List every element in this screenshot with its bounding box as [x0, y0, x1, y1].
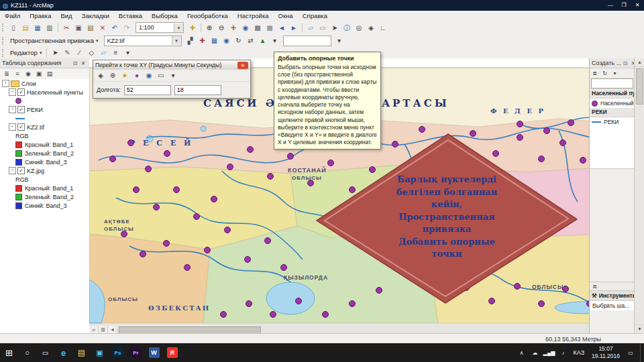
toolbar-grip[interactable]	[2, 23, 5, 32]
menu-item[interactable]: Окна	[274, 11, 298, 21]
control-point[interactable]	[323, 312, 329, 318]
templates-options-icon[interactable]: ▾	[610, 68, 620, 78]
template-item[interactable]: РЕКИ	[590, 117, 635, 127]
control-point[interactable]	[539, 156, 545, 162]
control-point[interactable]	[121, 231, 127, 237]
photoshop-icon[interactable]: Ps	[109, 343, 127, 362]
longitude-input[interactable]	[124, 85, 171, 95]
layer-visibility-checkbox[interactable]: ✓	[17, 123, 25, 131]
toolbar-grip[interactable]	[2, 37, 5, 45]
map-horizontal-scrollbar[interactable]: ▱ ▥ ◄ ►	[89, 324, 634, 333]
sketch-tool-icon[interactable]: ✎	[62, 48, 73, 58]
find-icon[interactable]: ◎	[354, 23, 365, 33]
organize-templates-icon[interactable]: ≣	[590, 68, 600, 78]
template-item[interactable]: Населенный пу...	[590, 99, 635, 108]
vertex-tool-icon[interactable]: ◇	[86, 48, 97, 58]
control-point[interactable]	[370, 167, 376, 173]
control-point[interactable]	[110, 156, 116, 162]
panel-pin-icon[interactable]: ⊡	[621, 60, 629, 66]
list-by-source-icon[interactable]: ≡	[13, 69, 23, 79]
scrollbar-track[interactable]	[117, 326, 625, 333]
flash-icon[interactable]: ★	[119, 70, 131, 80]
identify-icon[interactable]: ⓘ	[341, 23, 353, 33]
new-document-icon[interactable]: ▯	[8, 23, 19, 33]
scrollbar-thumb[interactable]	[119, 326, 261, 334]
control-point[interactable]	[146, 166, 152, 172]
control-point[interactable]	[227, 164, 233, 170]
undo-icon[interactable]: ↶	[109, 23, 121, 33]
control-point[interactable]	[296, 298, 302, 304]
control-point[interactable]	[248, 147, 254, 153]
add-point-icon[interactable]: ●	[131, 70, 143, 80]
georef-layer-combo[interactable]: KZ2:tif ▾	[104, 36, 182, 46]
task-view-button[interactable]: ▭	[36, 343, 54, 362]
control-point[interactable]	[154, 204, 160, 210]
expander-icon[interactable]: -	[9, 106, 16, 113]
edge-icon[interactable]: e	[54, 343, 72, 362]
language-indicator[interactable]: КАЗ	[570, 349, 588, 356]
control-point[interactable]	[194, 214, 200, 220]
add-labeled-point-icon[interactable]: ◉	[144, 70, 155, 80]
georef-text-input[interactable]	[283, 36, 331, 46]
delete-icon[interactable]: ✕	[97, 23, 109, 33]
latitude-input[interactable]	[174, 85, 221, 95]
menu-item[interactable]: Закладки	[77, 11, 114, 21]
onedrive-icon[interactable]: ☁	[529, 350, 542, 356]
layer-visibility-checkbox[interactable]: ✓	[17, 88, 25, 96]
volume-icon[interactable]: ♪	[556, 350, 570, 356]
start-button[interactable]: ⊞	[0, 343, 18, 362]
scrollbar-thumb[interactable]	[636, 68, 643, 105]
template-search-input[interactable]	[591, 78, 633, 88]
zoom-in-icon[interactable]: ⊕	[204, 23, 215, 33]
select-elements-icon[interactable]: ➤	[329, 23, 341, 33]
panel-resize-icon[interactable]: ≣	[590, 282, 600, 292]
fixed-zoom-in-icon[interactable]: ▩	[252, 23, 264, 33]
toc-row[interactable]: Красный: Band_1	[0, 184, 89, 192]
print-icon[interactable]: ▥	[44, 23, 56, 33]
control-point[interactable]	[184, 265, 191, 271]
premiere-icon[interactable]: Pr	[127, 343, 145, 362]
control-point[interactable]	[517, 121, 523, 127]
toc-row[interactable]: Красный: Band_1	[0, 140, 89, 149]
editor-menu[interactable]: Редактор ▾	[7, 49, 44, 56]
control-point[interactable]	[580, 158, 586, 164]
trace-tool-icon[interactable]: ▱	[98, 48, 109, 58]
data-view-icon[interactable]: ▱	[89, 326, 99, 333]
expander-icon[interactable]: -	[2, 80, 9, 87]
edit-tool-icon[interactable]: ➤	[50, 48, 61, 58]
toc-row[interactable]	[0, 114, 89, 123]
yandex-icon[interactable]: Я	[163, 343, 181, 362]
control-point[interactable]	[164, 241, 170, 247]
goto-xy-titlebar[interactable]: Перейти к точке XY (Градусы Минуты Секун…	[93, 60, 250, 70]
toc-row[interactable]	[0, 97, 89, 105]
action-center-icon[interactable]: ▭	[624, 350, 637, 356]
control-point[interactable]	[133, 187, 140, 193]
expander-icon[interactable]: -	[9, 123, 16, 131]
template-group-header[interactable]: РЕКИ	[590, 108, 635, 117]
control-point[interactable]	[544, 128, 550, 134]
control-point[interactable]	[560, 140, 566, 146]
toc-row[interactable]: Синий: Band_3	[0, 201, 89, 210]
list-by-drawing-order-icon[interactable]: ≣	[2, 69, 12, 79]
menu-item[interactable]: Настройка	[233, 11, 274, 21]
minimize-button[interactable]: —	[604, 0, 617, 11]
control-point[interactable]	[281, 265, 287, 271]
control-point[interactable]	[517, 135, 523, 141]
control-point[interactable]	[174, 187, 180, 193]
list-by-selection-icon[interactable]: ▣	[34, 69, 44, 79]
menu-item[interactable]: Файл	[0, 11, 25, 21]
auto-adjust-icon[interactable]: ▲	[257, 36, 268, 46]
control-point[interactable]	[128, 140, 134, 146]
pan-icon[interactable]: ✚	[228, 23, 239, 33]
control-point[interactable]	[470, 131, 476, 137]
toc-pin-icon[interactable]: ⊡	[71, 60, 79, 66]
view-link-table-icon[interactable]: ▦	[209, 36, 220, 46]
full-extent-icon[interactable]: ◉	[240, 23, 252, 33]
template-group-header[interactable]: Населенный пункты	[590, 89, 635, 99]
layer-visibility-checkbox[interactable]: ✓	[17, 167, 25, 174]
add-control-points-icon[interactable]: ✚	[197, 36, 208, 46]
chevron-down-icon[interactable]: ▾	[172, 36, 181, 45]
transformation-icon[interactable]: ▾	[269, 36, 280, 46]
toc-row[interactable]: -✓Населенный пункты	[0, 88, 89, 97]
chevron-down-icon[interactable]: ▾	[174, 23, 183, 32]
